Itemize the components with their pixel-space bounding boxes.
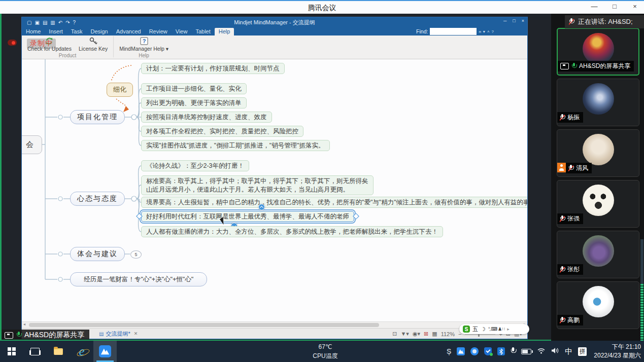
insert-topic-handle[interactable] — [258, 204, 265, 210]
tab-review[interactable]: Review — [145, 28, 172, 35]
group-label-help: Help — [139, 53, 149, 58]
ime-tools[interactable]: °, ⌨ ♟ ∷ — [488, 327, 504, 332]
audio-level-meter — [640, 284, 643, 341]
sogou-ime-bar[interactable]: S 五 ☽ °, ⌨ ♟ ∷ ▸ — [459, 324, 529, 334]
participant-tile[interactable]: 高鹏 — [557, 281, 639, 329]
mm-minimize-icon[interactable]: ─ — [503, 18, 506, 23]
docs-tray-icon[interactable] — [470, 347, 479, 355]
file-explorer-button[interactable] — [47, 341, 70, 362]
meeting-tray-icon[interactable] — [457, 347, 465, 355]
screen: 腾讯会议 — □ × 录制中 ▢ ▣ ▤ ▥ ↶ ↷ ? Mindjet Mi — [0, 0, 644, 362]
subtopic[interactable]: 人人都有做主播的潜力：大力、全方位、多层次、多形式的线上教学，把老师解脱出来，把… — [141, 226, 443, 237]
cpu-temp-value: 67℃ — [297, 342, 353, 351]
cpu-temp-label: CPU温度 — [297, 351, 353, 360]
participant-tile[interactable]: 清风 — [557, 129, 639, 177]
security-tray-icon[interactable] — [484, 347, 492, 355]
branch-topic[interactable]: 心态与态度 — [70, 192, 125, 206]
tab-tablet[interactable]: Tablet — [191, 28, 214, 35]
bluetooth-icon[interactable] — [497, 347, 505, 355]
mindmanager-help-button[interactable]: ? MindManager Help ▾ — [116, 36, 172, 53]
participant-tile[interactable]: 杨振 — [557, 79, 639, 126]
participant-tile[interactable]: 张彤 — [557, 231, 639, 278]
map-document-icon: ▤ — [99, 331, 104, 337]
mm-help-label: MindManager Help ▾ — [119, 46, 168, 52]
tab-design[interactable]: Design — [86, 28, 112, 35]
tencent-meeting-taskbar-button[interactable] — [93, 341, 117, 362]
branch-topic[interactable]: 经历是一笔财富！专"心"+决"心"+恒"心" — [70, 272, 207, 286]
internet-explorer-button[interactable]: e — [70, 341, 93, 362]
language-indicator[interactable]: 中 — [565, 347, 572, 356]
participant-label: 高鹏 — [557, 315, 583, 325]
clock-time: 下午 21:10 — [594, 343, 641, 351]
subtopic[interactable]: 按照项目清单统筹控制好速度、进度、效度 — [141, 112, 272, 123]
filter-icon[interactable]: ▼▾ — [400, 331, 409, 337]
subtopic[interactable]: 标准要高：取乎其上，得乎其中；取乎其中，得乎其下；取乎其下，则无所得矣 山近月远… — [141, 175, 374, 195]
scrollbar-thumb[interactable] — [29, 323, 379, 327]
start-button[interactable] — [0, 341, 23, 362]
microphone-tray-icon[interactable] — [511, 347, 517, 355]
clock-date: 2022/4/23 星期六 — [594, 351, 641, 360]
callout-topic[interactable]: 细化 — [107, 83, 133, 97]
tab-insert[interactable]: Insert — [45, 28, 67, 35]
subtopic[interactable]: 境界要高：人生很短暂，精中自己的精力，找准自己的特长、优势，把所有的"爱"与"精… — [141, 197, 527, 208]
hidden-icons-button[interactable]: Ș — [447, 347, 451, 355]
taskbar: e 67℃ CPU温度 Ș 中 拼 下午 21:10 — [0, 341, 644, 362]
sync-icon[interactable]: ◉▾ — [413, 331, 420, 337]
task-view-icon — [30, 348, 40, 355]
subtopic[interactable]: 工作项目进一步细化、量化、实化 — [141, 83, 247, 94]
central-topic[interactable]: 会 — [22, 135, 42, 154]
ime-badge[interactable]: 拼 — [578, 347, 587, 356]
horizontal-scrollbar[interactable]: ◂ ▸ — [22, 321, 527, 328]
subtopic[interactable]: 好好利用时代红利：互联网是世界上最优秀、最博学、最诲人不倦的老师 — [141, 211, 354, 222]
map-parts-icon[interactable]: ▦ — [432, 331, 437, 337]
tab-view[interactable]: View — [172, 28, 192, 35]
participant-tile[interactable]: AH&SD的屏幕共享 — [557, 28, 639, 76]
moon-icon[interactable]: ☽ — [481, 326, 486, 333]
screen-share-icon — [560, 63, 569, 69]
sidebar-scrollbar[interactable] — [640, 239, 643, 341]
battery-icon[interactable] — [521, 349, 531, 354]
tab-task[interactable]: Task — [67, 28, 87, 35]
volume-icon[interactable] — [551, 347, 559, 356]
mic-muted-icon — [560, 114, 565, 121]
branch-topic[interactable]: 体会与建议 — [70, 247, 125, 261]
subtopic[interactable]: 计划：一定要有计划，作好顶层规划、时间节点 — [141, 63, 285, 74]
subtopic[interactable]: 《论持久战》：至少2-3年的打磨！ — [141, 160, 249, 171]
tab-home[interactable]: Home — [22, 28, 45, 35]
tab-close-icon[interactable]: ✕ — [134, 331, 138, 336]
ribbon-tabs: HomeInsertTaskDesignAdvancedReviewViewTa… — [22, 27, 527, 35]
find-input[interactable] — [430, 28, 477, 35]
branch-topic[interactable]: 项目化管理 — [70, 110, 125, 124]
restore-icon[interactable]: □ — [611, 3, 619, 10]
task-view-button[interactable] — [23, 341, 47, 362]
document-tab[interactable]: ▤ 交流提纲* ✕ — [99, 330, 138, 338]
sogou-logo-icon[interactable]: S — [463, 325, 470, 333]
license-key-button[interactable]: License Key — [75, 36, 111, 53]
ime-mode-label[interactable]: 五 — [472, 325, 478, 333]
show-notes-icon[interactable]: ⊡ — [392, 331, 397, 337]
ribbon-help-icon[interactable]: ? — [492, 29, 494, 34]
tab-advanced[interactable]: Advanced — [112, 28, 145, 35]
mm-close-icon[interactable]: × — [522, 18, 524, 23]
minimize-icon[interactable]: — — [590, 3, 598, 10]
map-canvas[interactable]: 会项目化管理心态与态度体会与建议经历是一笔财富！专"心"+决"心"+恒"心"计划… — [22, 59, 527, 321]
participant-tile[interactable]: 张强 — [557, 180, 639, 228]
subtopic[interactable]: 实现"挂图作战"抓进度，"倒排工期"抓推进，"销号管理"抓落实。 — [141, 140, 330, 151]
clock[interactable]: 下午 21:10 2022/4/23 星期六 — [594, 343, 641, 360]
find-history-icon[interactable]: ʜ — [479, 29, 481, 34]
mic-on-icon — [16, 332, 21, 339]
chevron-down-icon[interactable]: ▾ — [483, 29, 485, 34]
mm-restore-icon[interactable]: □ — [513, 18, 515, 23]
ribbon: Check for Updates License Key Product — [22, 35, 527, 59]
scroll-left-icon[interactable]: ◂ — [23, 322, 25, 327]
collapse-ribbon-icon[interactable]: ˄ — [487, 29, 490, 34]
tab-help[interactable]: Help — [215, 28, 234, 35]
mic-muted-icon — [560, 215, 565, 223]
wifi-icon[interactable] — [537, 347, 546, 356]
collapsed-count-badge[interactable]: 5 — [130, 250, 142, 259]
subtopic[interactable]: 列出更为明确、更便于落实的清单 — [141, 97, 247, 108]
ime-expand-icon[interactable]: ▸ — [507, 327, 510, 332]
subtopic[interactable]: 对各项工作全程把控、实时把控、质量把控、风险把控 — [141, 126, 303, 137]
remove-filter-icon[interactable]: ⊠ — [424, 331, 428, 337]
close-icon[interactable]: × — [631, 3, 639, 10]
